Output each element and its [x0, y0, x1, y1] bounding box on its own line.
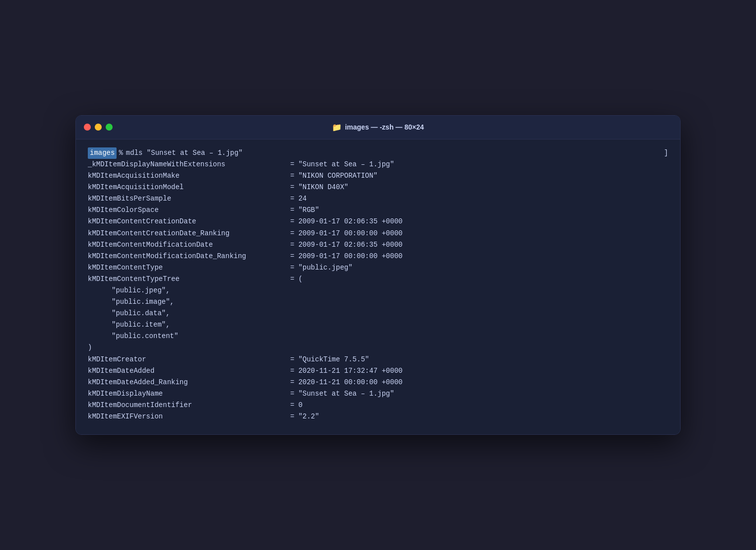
metadata-rows-2: kMDItemCreator="QuickTime 7.5.5"kMDItemD…	[88, 354, 668, 423]
value: "Sunset at Sea – 1.jpg"	[298, 159, 394, 170]
value: "NIKON D40X"	[298, 182, 348, 193]
table-row: kMDItemContentModificationDate=2009-01-1…	[88, 239, 668, 251]
key: kMDItemDateAdded_Ranking	[88, 377, 286, 388]
maximize-button[interactable]	[106, 124, 113, 131]
metadata-rows: _kMDItemDisplayNameWithExtensions="Sunse…	[88, 159, 668, 285]
equals: =	[290, 262, 294, 274]
value: (	[298, 274, 302, 285]
equals: =	[290, 388, 294, 400]
table-row: kMDItemAcquisitionModel="NIKON D40X"	[88, 182, 668, 193]
minimize-button[interactable]	[95, 124, 102, 131]
key: kMDItemContentModificationDate	[88, 239, 286, 251]
value: 2020-11-21 00:00:00 +0000	[298, 377, 402, 388]
key: kMDItemDocumentIdentifier	[88, 400, 286, 411]
terminal-window: 📁 images — -zsh — 80×24 images%mdls "Sun…	[75, 115, 681, 435]
list-item: "public.data",	[88, 308, 668, 319]
value: 2009-01-17 02:06:35 +0000	[298, 239, 402, 251]
key: _kMDItemDisplayNameWithExtensions	[88, 159, 286, 170]
key: kMDItemAcquisitionModel	[88, 182, 286, 193]
equals: =	[290, 193, 294, 205]
terminal-body[interactable]: images%mdls "Sunset at Sea – 1.jpg" ] _k…	[76, 139, 680, 434]
equals: =	[290, 228, 294, 239]
title-label: images — -zsh — 80×24	[345, 123, 424, 131]
equals: =	[290, 216, 294, 227]
value: 0	[298, 400, 302, 411]
key: kMDItemDateAdded	[88, 365, 286, 377]
key: kMDItemAcquisitionMake	[88, 170, 286, 182]
list-item: "public.jpeg",	[88, 285, 668, 296]
table-row: kMDItemAcquisitionMake="NIKON CORPORATIO…	[88, 170, 668, 182]
table-row: kMDItemDateAdded_Ranking=2020-11-21 00:0…	[88, 377, 668, 388]
equals: =	[290, 170, 294, 182]
list-item: "public.item",	[88, 319, 668, 331]
tree-close: )	[88, 342, 668, 353]
equals: =	[290, 182, 294, 193]
window-title: 📁 images — -zsh — 80×24	[332, 123, 424, 132]
key: kMDItemDisplayName	[88, 388, 286, 400]
command-line: images%mdls "Sunset at Sea – 1.jpg" ]	[88, 147, 668, 159]
close-button[interactable]	[84, 124, 91, 131]
folder-icon: 📁	[332, 123, 342, 132]
key: kMDItemContentModificationDate_Ranking	[88, 251, 286, 262]
value: "2.2"	[298, 411, 319, 422]
table-row: kMDItemContentModificationDate_Ranking=2…	[88, 251, 668, 262]
value: "NIKON CORPORATION"	[298, 170, 378, 182]
equals: =	[290, 251, 294, 262]
key: kMDItemCreator	[88, 354, 286, 365]
key: kMDItemContentTypeTree	[88, 274, 286, 285]
equals: =	[290, 411, 294, 422]
traffic-lights	[84, 124, 113, 131]
table-row: kMDItemColorSpace="RGB"	[88, 205, 668, 216]
value: 2009-01-17 00:00:00 +0000	[298, 228, 402, 239]
value: "RGB"	[298, 205, 319, 216]
table-row: kMDItemDisplayName="Sunset at Sea – 1.jp…	[88, 388, 668, 400]
table-row: kMDItemContentCreationDate=2009-01-17 02…	[88, 216, 668, 227]
equals: =	[290, 354, 294, 365]
table-row: kMDItemContentType="public.jpeg"	[88, 262, 668, 274]
list-item: "public.content"	[88, 331, 668, 342]
value: 24	[298, 193, 307, 205]
table-row: kMDItemEXIFVersion="2.2"	[88, 411, 668, 422]
prompt-directory: images	[88, 147, 117, 159]
key: kMDItemColorSpace	[88, 205, 286, 216]
value: 2009-01-17 02:06:35 +0000	[298, 216, 402, 227]
titlebar: 📁 images — -zsh — 80×24	[76, 116, 680, 139]
value: "Sunset at Sea – 1.jpg"	[298, 388, 394, 400]
command-text: mdls "Sunset at Sea – 1.jpg"	[126, 147, 243, 159]
prompt-symbol: %	[119, 147, 123, 159]
equals: =	[290, 239, 294, 251]
table-row: kMDItemDocumentIdentifier=0	[88, 400, 668, 411]
key: kMDItemContentCreationDate	[88, 216, 286, 227]
value: 2009-01-17 00:00:00 +0000	[298, 251, 402, 262]
equals: =	[290, 274, 294, 285]
value: "public.jpeg"	[298, 262, 352, 274]
list-item: "public.image",	[88, 296, 668, 308]
table-row: _kMDItemDisplayNameWithExtensions="Sunse…	[88, 159, 668, 170]
table-row: kMDItemContentCreationDate_Ranking=2009-…	[88, 228, 668, 239]
equals: =	[290, 205, 294, 216]
table-row: kMDItemBitsPerSample=24	[88, 193, 668, 205]
equals: =	[290, 377, 294, 388]
key: kMDItemBitsPerSample	[88, 193, 286, 205]
tree-items: "public.jpeg","public.image","public.dat…	[88, 285, 668, 342]
value: 2020-11-21 17:32:47 +0000	[298, 365, 402, 377]
table-row: kMDItemDateAdded=2020-11-21 17:32:47 +00…	[88, 365, 668, 377]
equals: =	[290, 365, 294, 377]
key: kMDItemContentCreationDate_Ranking	[88, 228, 286, 239]
table-row: kMDItemCreator="QuickTime 7.5.5"	[88, 354, 668, 365]
table-row: kMDItemContentTypeTree=(	[88, 274, 668, 285]
equals: =	[290, 400, 294, 411]
value: "QuickTime 7.5.5"	[298, 354, 369, 365]
equals: =	[290, 159, 294, 170]
bracket-right: ]	[664, 147, 668, 159]
key: kMDItemEXIFVersion	[88, 411, 286, 422]
key: kMDItemContentType	[88, 262, 286, 274]
